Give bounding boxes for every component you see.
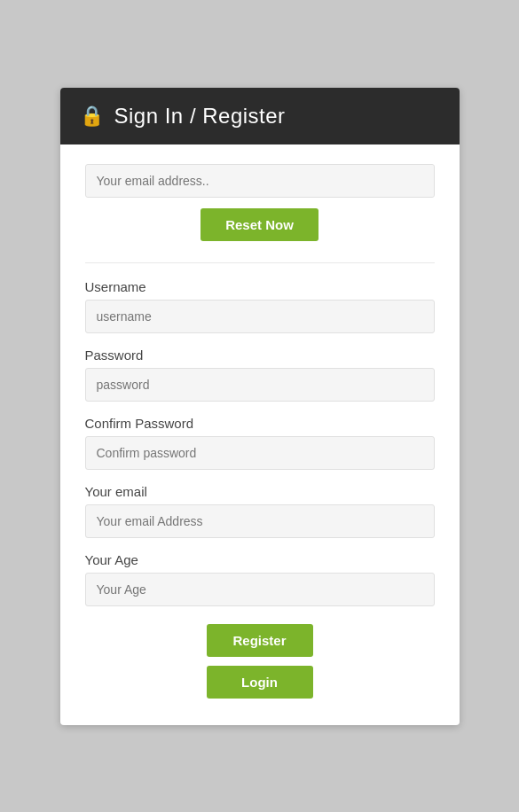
confirm-password-group: Confirm Password bbox=[85, 416, 435, 470]
age-group: Your Age bbox=[85, 552, 435, 606]
card-header: 🔒 Sign In / Register bbox=[60, 88, 460, 144]
username-input[interactable] bbox=[85, 300, 435, 333]
confirm-password-input[interactable] bbox=[85, 436, 435, 470]
username-label: Username bbox=[85, 279, 435, 294]
password-group: Password bbox=[85, 347, 435, 402]
email-group: Your email bbox=[85, 484, 435, 538]
lock-icon: 🔒 bbox=[80, 105, 104, 128]
password-label: Password bbox=[85, 347, 435, 363]
register-button[interactable]: Register bbox=[207, 624, 313, 657]
reset-section: Reset Now bbox=[85, 164, 435, 241]
reset-now-button[interactable]: Reset Now bbox=[201, 208, 318, 241]
password-input[interactable] bbox=[85, 368, 435, 402]
reset-btn-wrapper: Reset Now bbox=[85, 208, 435, 241]
age-input[interactable] bbox=[85, 573, 435, 606]
sign-in-register-card: 🔒 Sign In / Register Reset Now Username … bbox=[60, 88, 460, 725]
confirm-password-label: Confirm Password bbox=[85, 416, 435, 431]
email-label: Your email bbox=[85, 484, 435, 499]
email-input[interactable] bbox=[85, 504, 435, 538]
username-group: Username bbox=[85, 279, 435, 333]
action-buttons: Register Login bbox=[85, 624, 435, 699]
age-label: Your Age bbox=[85, 552, 435, 567]
login-button[interactable]: Login bbox=[207, 666, 313, 699]
card-body: Reset Now Username Password Confirm Pass… bbox=[60, 144, 460, 725]
email-reset-input[interactable] bbox=[85, 164, 435, 198]
divider bbox=[85, 262, 435, 263]
page-title: Sign In / Register bbox=[114, 104, 286, 129]
